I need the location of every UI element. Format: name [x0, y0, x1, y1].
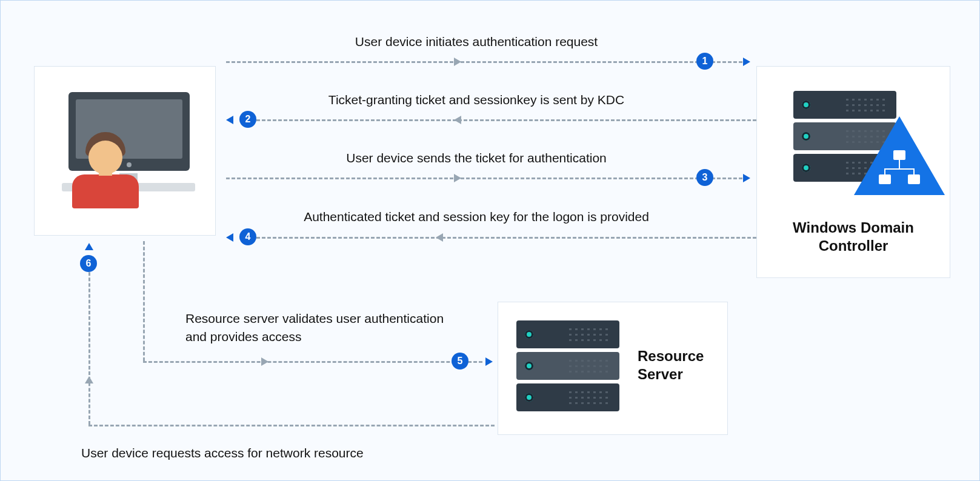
node-user-device	[34, 66, 216, 236]
dc-title-line1: Windows Domain	[793, 219, 914, 236]
step1-line	[226, 61, 742, 63]
node-domain-controller: Windows Domain Controller	[756, 66, 950, 278]
step2-mid-arrow-icon	[454, 116, 461, 124]
node-resource-server: Resource Server	[498, 302, 728, 435]
step2-end-arrow-icon	[226, 116, 233, 124]
step6-label: User device requests access for network …	[81, 446, 364, 460]
step6-badge: 6	[80, 255, 97, 272]
step1-num: 1	[702, 56, 708, 67]
step4-line	[240, 237, 756, 239]
step3-num: 3	[702, 172, 708, 183]
step1-mid-arrow-icon	[454, 58, 461, 66]
rs-title-line1: Resource	[638, 348, 704, 365]
server-stack-icon	[516, 320, 619, 415]
kerberos-auth-diagram: Windows Domain Controller Resource Serve…	[0, 0, 980, 481]
step1-label: User device initiates authentication req…	[355, 35, 598, 49]
step4-badge: 4	[239, 228, 256, 245]
step2-label: Ticket-granting ticket and sessionkey is…	[328, 93, 624, 107]
step5-hline	[143, 361, 482, 363]
step5-label-line1: Resource server validates user authentic…	[185, 310, 452, 347]
step6-mid-arrow-icon	[85, 376, 93, 383]
step5-end-arrow-icon	[485, 357, 493, 366]
step5-mid-arrow-icon	[261, 357, 268, 366]
step5-text: Resource server validates user authentic…	[185, 310, 452, 347]
step5-vline	[143, 241, 145, 361]
step4-label: Authenticated ticket and session key for…	[304, 210, 649, 224]
step3-badge: 3	[696, 169, 713, 186]
step1-badge: 1	[696, 53, 713, 70]
monitor-icon	[68, 92, 190, 171]
ad-hierarchy-icon	[875, 150, 924, 187]
step3-end-arrow-icon	[743, 174, 750, 182]
dc-title-line2: Controller	[819, 237, 888, 254]
user-head-icon	[88, 141, 122, 174]
step2-line	[240, 119, 756, 121]
step6-end-arrow-icon	[85, 243, 93, 250]
user-body-icon	[72, 174, 139, 208]
step6-num: 6	[86, 258, 92, 269]
step3-line	[226, 177, 742, 179]
step4-end-arrow-icon	[226, 233, 233, 242]
step3-mid-arrow-icon	[454, 174, 461, 182]
step4-num: 4	[245, 231, 251, 242]
step1-end-arrow-icon	[743, 58, 750, 66]
step6-vline	[88, 261, 90, 425]
step2-num: 2	[245, 114, 251, 125]
step3-label: User device sends the ticket for authent…	[346, 151, 607, 165]
step4-mid-arrow-icon	[436, 233, 443, 242]
step2-badge: 2	[239, 111, 256, 128]
step5-num: 5	[458, 356, 463, 367]
step6-hline	[88, 425, 495, 426]
step5-badge: 5	[452, 353, 468, 370]
rs-title-line2: Server	[638, 366, 683, 383]
